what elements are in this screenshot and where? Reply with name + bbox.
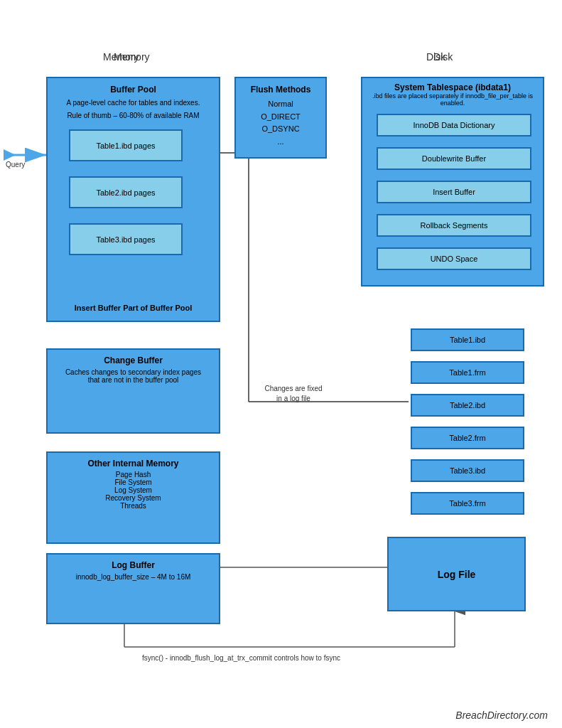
page-hash: Page Hash — [53, 471, 213, 478]
insert-buffer-label: Insert Buffer Part of Buffer Pool — [48, 301, 219, 314]
buffer-pool-title-area: Buffer Pool A page-level cache for table… — [48, 78, 219, 122]
table3-label: Table3.ibd pages — [96, 235, 155, 244]
table3-ibd: Table3.ibd — [411, 459, 524, 482]
buffer-pool-container: Buffer Pool A page-level cache for table… — [46, 77, 220, 322]
log-buffer-title: Log Buffer — [53, 560, 213, 570]
table1-box: Table1.ibd pages — [69, 129, 183, 161]
changes-fixed-label: Changes are fixedin a log file — [254, 384, 333, 404]
log-file-title: Log File — [438, 569, 476, 580]
undo-space: UNDO Space — [377, 247, 531, 270]
flush-methods-items: Normal O_DIRECT O_DSYNC ... — [240, 98, 321, 148]
watermark: BreachDirectory.com — [455, 710, 548, 721]
system-tablespace-sub: .ibd files are placed separately if inno… — [367, 92, 539, 107]
change-buffer-box: Change Buffer Caches changes to secondar… — [46, 348, 220, 434]
table1-frm: Table1.frm — [411, 361, 524, 384]
query-label: Query — [6, 161, 25, 168]
svg-marker-4 — [4, 149, 16, 161]
flush-normal: Normal — [240, 98, 321, 111]
table1-ibd: Table1.ibd — [411, 328, 524, 351]
flush-methods-title: Flush Methods — [251, 85, 311, 95]
table3-box: Table3.ibd pages — [69, 223, 183, 255]
innodb-data-dict: InnoDB Data Dictionary — [377, 114, 531, 136]
buffer-pool-title: Buffer Pool — [110, 85, 156, 95]
log-buffer-sub: innodb_log_buffer_size – 4M to 16M — [53, 573, 213, 581]
threads: Threads — [53, 502, 213, 510]
log-system: Log System — [53, 486, 213, 494]
system-tablespace-title: System Tablespace (ibdata1) — [367, 82, 539, 92]
change-buffer-title: Change Buffer — [53, 355, 213, 365]
flush-odirect: O_DIRECT — [240, 111, 321, 124]
buffer-pool-rule: Rule of thumb – 60-80% of available RAM — [67, 112, 199, 119]
flush-odsync: O_DSYNC — [240, 123, 321, 136]
doublewrite-buffer: Doublewrite Buffer — [377, 147, 531, 170]
disk-header-text: Disk — [426, 51, 445, 63]
file-system: File System — [53, 478, 213, 486]
change-buffer-sub1: Caches changes to secondary index pages — [53, 368, 213, 376]
flush-methods-box: Flush Methods Normal O_DIRECT O_DSYNC ..… — [234, 77, 327, 159]
system-tablespace-box: System Tablespace (ibdata1) .ibd files a… — [361, 77, 544, 287]
recovery-system: Recovery System — [53, 494, 213, 502]
fsync-label: fsync() - innodb_flush_log_at_trx_commit… — [142, 654, 340, 662]
table3-frm: Table3.frm — [411, 492, 524, 515]
log-file-box: Log File — [387, 537, 526, 611]
buffer-pool-subtitle: A page-level cache for tables and indexe… — [67, 99, 200, 107]
insert-buffer-disk: Insert Buffer — [377, 181, 531, 203]
table1-label: Table1.ibd pages — [96, 141, 155, 150]
other-internal-box: Other Internal Memory Page Hash File Sys… — [46, 451, 220, 544]
table2-frm: Table2.frm — [411, 427, 524, 449]
change-buffer-sub2: that are not in the buffer pool — [53, 376, 213, 384]
flush-etc: ... — [240, 136, 321, 149]
table2-box: Table2.ibd pages — [69, 176, 183, 208]
memory-header-text: Memory — [103, 51, 139, 63]
log-buffer-box: Log Buffer innodb_log_buffer_size – 4M t… — [46, 553, 220, 624]
table2-ibd: Table2.ibd — [411, 394, 524, 417]
table2-label: Table2.ibd pages — [96, 188, 155, 197]
rollback-segments: Rollback Segments — [377, 214, 531, 237]
other-internal-title: Other Internal Memory — [53, 459, 213, 469]
